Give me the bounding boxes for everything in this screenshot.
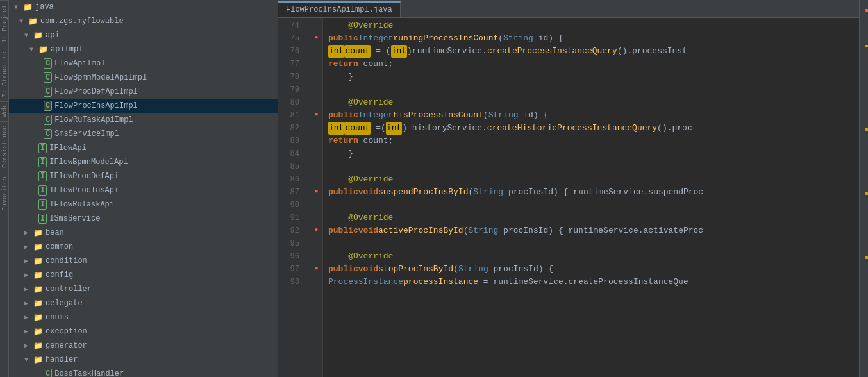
annotation-text: @Override bbox=[328, 212, 393, 224]
tree-item-common[interactable]: ▶ 📁 common bbox=[9, 240, 278, 254]
tree-item-config[interactable]: ▶ 📁 config bbox=[9, 268, 278, 282]
gutter-marker bbox=[310, 133, 322, 146]
gutter-marker bbox=[310, 95, 322, 108]
tree-arrow: ▶ bbox=[24, 229, 32, 237]
gutter-marker: ● bbox=[310, 262, 322, 274]
tree-item-ismsservice[interactable]: I ISmsService bbox=[9, 212, 278, 226]
tree-item-api[interactable]: ▼ 📁 api bbox=[9, 28, 278, 42]
code-line: public void stopProcInsById(String procI… bbox=[328, 263, 859, 276]
breakpoint-icon: ● bbox=[314, 34, 318, 41]
code-line: ProcessInstance processInstance = runtim… bbox=[328, 276, 859, 289]
project-tab[interactable]: 1: Project bbox=[0, 0, 8, 47]
tree-arrow: ▼ bbox=[14, 4, 22, 11]
code-content[interactable]: @Override public Integer runingProcessIn… bbox=[323, 18, 859, 377]
tree-item-bosstaskhandler[interactable]: C BossTaskHandler bbox=[9, 367, 278, 377]
tree-item-flowprocinsapiimpl[interactable]: C FlowProcInsApiImpl bbox=[9, 99, 278, 113]
code-line: } bbox=[328, 71, 859, 83]
line-number: 86 bbox=[278, 173, 305, 186]
code-line: public void suspendProcInsById(String pr… bbox=[328, 186, 859, 199]
web-tab[interactable]: Web bbox=[0, 101, 8, 121]
tree-arrow: ▶ bbox=[24, 299, 32, 307]
code-line bbox=[328, 237, 859, 250]
project-tree: ▼ 📁 java▼ 📁 com.zgs.myflowable▼ 📁 api▼ 📁… bbox=[9, 0, 278, 377]
tree-item-iflowprocdefapi[interactable]: I IFlowProcDefApi bbox=[9, 169, 278, 183]
tree-item-handler[interactable]: ▼ 📁 handler bbox=[9, 353, 278, 367]
tree-arrow: ▶ bbox=[24, 285, 32, 293]
tree-item-label: IFlowRuTaskApi bbox=[49, 200, 114, 209]
class-icon: C bbox=[44, 115, 52, 125]
line-number: 81 bbox=[278, 109, 305, 122]
tree-item-delegate[interactable]: ▶ 📁 delegate bbox=[9, 296, 278, 310]
tree-item-label: ISmsService bbox=[49, 214, 100, 223]
tree-arrow: ▶ bbox=[24, 243, 32, 251]
code-line: @Override bbox=[328, 212, 859, 224]
tree-item-iflowbpmnmodelapi[interactable]: I IFlowBpmnModelApi bbox=[9, 155, 278, 169]
tree-item-label: condition bbox=[46, 256, 87, 265]
tree-item-generator[interactable]: ▶ 📁 generator bbox=[9, 339, 278, 353]
tree-arrow: ▼ bbox=[29, 46, 37, 53]
tree-item-flowrutaskapiimpl[interactable]: C FlowRuTaskApiImpl bbox=[9, 113, 278, 127]
warning-marker-3 bbox=[865, 192, 868, 195]
class-icon: C bbox=[44, 72, 52, 83]
right-scrollbar-bar bbox=[859, 0, 868, 377]
tree-item-iflowapi[interactable]: I IFlowApi bbox=[9, 141, 278, 155]
tree-item-controller[interactable]: ▶ 📁 controller bbox=[9, 282, 278, 296]
tree-item-label: com.zgs.myflowable bbox=[40, 17, 124, 26]
gutter-marker bbox=[310, 82, 322, 95]
favorites-tab[interactable]: Favorites bbox=[0, 172, 8, 215]
gutter-marker: ● bbox=[310, 185, 322, 197]
tree-arrow: ▼ bbox=[24, 356, 32, 364]
tree-item-execption[interactable]: ▶ 📁 execption bbox=[9, 324, 278, 339]
tree-item-com-zgs-myflowable[interactable]: ▼ 📁 com.zgs.myflowable bbox=[9, 14, 278, 28]
gutter-marker bbox=[310, 249, 322, 262]
breakpoint-icon: ● bbox=[314, 111, 318, 118]
tree-item-condition[interactable]: ▶ 📁 condition bbox=[9, 254, 278, 268]
tree-item-java[interactable]: ▼ 📁 java bbox=[9, 0, 278, 14]
tree-item-label: IFlowProcDefApi bbox=[49, 172, 119, 181]
folder-icon: 📁 bbox=[33, 256, 43, 266]
tree-item-flowbpmnmodelapiimpl[interactable]: C FlowBpmnModelApiImpl bbox=[9, 71, 278, 85]
tree-item-label: FlowProcInsApiImpl bbox=[54, 101, 138, 110]
tree-item-label: IFlowApi bbox=[49, 144, 87, 153]
folder-icon: 📁 bbox=[33, 228, 43, 238]
line-number: 83 bbox=[278, 135, 305, 147]
class-icon: C bbox=[44, 129, 52, 139]
gutter-marker bbox=[310, 210, 322, 223]
gutter-marker bbox=[310, 121, 322, 133]
left-sidebar: 1: Project 7: Structure Web Persistence … bbox=[0, 0, 9, 377]
tree-item-label: controller bbox=[46, 285, 92, 294]
tree-item-label: api bbox=[46, 31, 60, 40]
gutter-marker bbox=[310, 44, 322, 56]
code-line: int count = (int)runtimeService.createPr… bbox=[328, 45, 859, 58]
annotation-text: @Override bbox=[328, 250, 393, 263]
structure-tab[interactable]: 7: Structure bbox=[0, 47, 8, 101]
persistence-tab[interactable]: Persistence bbox=[0, 121, 8, 172]
breakpoint-icon: ● bbox=[314, 226, 318, 233]
tree-item-flowapiimpl[interactable]: C FlowApiImpl bbox=[9, 56, 278, 71]
code-line: public Integer runingProcessInsCount(Str… bbox=[328, 32, 859, 45]
tree-item-iflowprocinsapi[interactable]: I IFlowProcInsApi bbox=[9, 183, 278, 197]
tree-arrow: ▶ bbox=[24, 314, 32, 321]
line-number: 96 bbox=[278, 250, 305, 263]
tree-item-enums[interactable]: ▶ 📁 enums bbox=[9, 310, 278, 324]
gutter-marker bbox=[310, 236, 322, 249]
tree-item-iflowrutaskapi[interactable]: I IFlowRuTaskApi bbox=[9, 197, 278, 212]
tree-item-smsserviceimpl[interactable]: C SmsServiceImpl bbox=[9, 127, 278, 141]
tree-item-label: SmsServiceImpl bbox=[54, 130, 119, 138]
tree-arrow: ▶ bbox=[24, 342, 32, 349]
editor-tab-bar: FlowProcInsApiImpl.java bbox=[278, 0, 859, 18]
gutter-marker bbox=[310, 274, 322, 287]
line-number: 76 bbox=[278, 45, 305, 58]
tree-item-label: delegate bbox=[46, 299, 83, 308]
tree-item-apiimpl[interactable]: ▼ 📁 apiImpl bbox=[9, 42, 278, 56]
folder-icon: 📁 bbox=[33, 242, 43, 252]
code-line: @Override bbox=[328, 96, 859, 109]
tree-item-label: enums bbox=[46, 313, 69, 322]
tree-item-bean[interactable]: ▶ 📁 bean bbox=[9, 226, 278, 240]
tree-item-label: FlowApiImpl bbox=[54, 59, 105, 68]
tree-item-label: handler bbox=[46, 355, 78, 364]
line-number: 91 bbox=[278, 212, 305, 224]
line-number: 85 bbox=[278, 160, 305, 173]
editor-tab-active[interactable]: FlowProcInsApiImpl.java bbox=[278, 1, 401, 17]
tree-item-flowprocdefapiimpl[interactable]: C FlowProcDefApiImpl bbox=[9, 85, 278, 99]
